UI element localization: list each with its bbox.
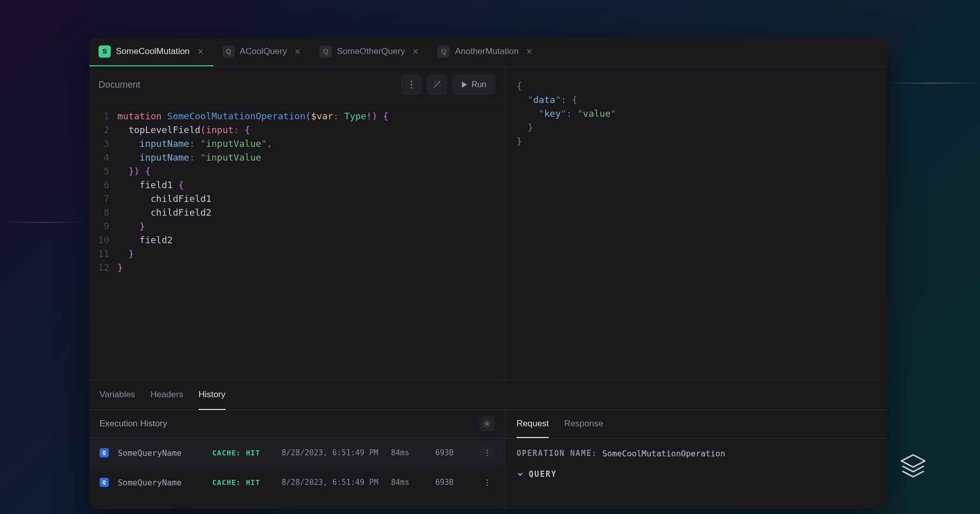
tab-badge: Q [223,45,235,58]
line-number: 1 [89,109,117,123]
tab-label: SomeCoolMutation [116,46,190,57]
run-button[interactable]: Run [452,74,496,95]
svg-point-6 [486,455,487,456]
svg-point-8 [486,482,487,483]
tab-label: AnotherMutation [455,46,519,57]
line-number: 8 [89,205,117,219]
line-number: 4 [89,150,117,164]
bottom-split: Execution History Q SomeQueryName CACHE:… [89,410,887,509]
svg-point-1 [410,84,412,86]
cache-status: CACHE: HIT [212,478,273,486]
editor-pane: Document Run 1mutation SomeCoolMutationO… [89,67,505,380]
tab-response[interactable]: Response [564,410,603,438]
history-row[interactable]: Q SomeQueryName CACHE: HIT 8/28/2023, 6:… [89,468,505,497]
row-menu-button[interactable] [480,479,495,486]
tab-badge: S [99,45,111,58]
close-icon[interactable] [412,48,419,55]
history-size: 693B [435,448,471,457]
play-icon [461,81,468,88]
svg-point-2 [410,87,412,89]
tab-request[interactable]: Request [517,410,549,438]
settings-button[interactable] [479,416,495,431]
history-name: SomeQueryName [118,478,203,487]
line-number: 6 [89,178,117,192]
decorative-line-right [888,83,980,84]
tab-badge: Q [320,45,332,58]
history-name: SomeQueryName [118,448,203,458]
query-badge: Q [100,448,109,457]
app-window: S SomeCoolMutation Q ACoolQuery Q SomeOt… [89,37,887,509]
tab-variables[interactable]: Variables [100,380,135,410]
svg-point-0 [410,81,412,83]
history-pane: Execution History Q SomeQueryName CACHE:… [89,410,505,509]
history-timestamp: 8/28/2023, 6:51:49 PM [282,478,382,487]
detail-tab-bar: Request Response [505,410,887,439]
decorative-line-left [0,222,89,223]
run-label: Run [472,80,486,89]
detail-body: OPERATION NAME: SomeCoolMutationOperatio… [505,439,887,489]
history-duration: 84ms [391,448,426,457]
tab-someotherquery[interactable]: Q SomeOtherQuery [310,37,428,66]
query-badge: Q [100,478,109,487]
svg-point-5 [486,452,487,453]
code-editor[interactable]: 1mutation SomeCoolMutationOperation($var… [89,102,505,380]
svg-point-9 [486,484,487,485]
line-number: 5 [89,164,117,178]
line-number: 7 [89,192,117,205]
close-icon[interactable] [294,48,301,55]
main-split: Document Run 1mutation SomeCoolMutationO… [89,67,887,380]
history-row[interactable]: Q SomeQueryName CACHE: HIT 8/28/2023, 6:… [89,438,505,468]
tab-bar: S SomeCoolMutation Q ACoolQuery Q SomeOt… [89,37,887,67]
close-icon[interactable] [197,48,204,55]
tab-label: ACoolQuery [240,46,287,57]
history-duration: 84ms [391,478,426,487]
line-number: 9 [89,219,117,233]
gear-icon [483,420,491,428]
history-list: Q SomeQueryName CACHE: HIT 8/28/2023, 6:… [89,438,505,497]
history-header: Execution History [89,410,505,438]
history-size: 693B [435,478,471,487]
svg-point-3 [486,423,488,425]
line-number: 12 [89,261,117,274]
tab-headers[interactable]: Headers [151,380,183,410]
more-menu-button[interactable] [401,74,422,95]
operation-name-value: SomeCoolMutationOperation [602,449,725,458]
bottom-panel: Variables Headers History Execution Hist… [89,380,887,509]
close-icon[interactable] [526,48,533,55]
query-toggle[interactable]: QUERY [517,470,876,479]
row-menu-button[interactable] [480,445,495,460]
editor-toolbar: Document Run [89,67,505,102]
tab-somecoolmutation[interactable]: S SomeCoolMutation [89,37,213,66]
tab-badge: Q [437,45,450,58]
svg-point-7 [486,479,487,480]
brand-logo-icon [897,452,929,483]
section-label: Document [99,80,140,90]
line-number: 3 [89,137,117,150]
operation-name-label: OPERATION NAME: [517,449,597,458]
line-number: 2 [89,123,117,137]
line-number: 10 [89,233,117,247]
svg-point-4 [486,450,487,451]
tab-acoolquery[interactable]: Q ACoolQuery [213,37,311,66]
history-timestamp: 8/28/2023, 6:51:49 PM [282,448,382,457]
magic-wand-button[interactable] [427,74,447,95]
tab-history[interactable]: History [199,380,226,410]
detail-pane: Request Response OPERATION NAME: SomeCoo… [505,410,887,509]
tab-label: SomeOtherQuery [337,46,405,57]
line-number: 11 [89,247,117,261]
cache-status: CACHE: HIT [212,449,273,457]
response-pane: { "data": { "key": "value" } } [505,67,887,380]
history-title: Execution History [100,419,167,429]
tab-anothermutation[interactable]: Q AnotherMutation [428,37,542,66]
chevron-down-icon [517,471,524,478]
bottom-tab-bar: Variables Headers History [89,380,887,410]
query-label: QUERY [529,470,557,479]
